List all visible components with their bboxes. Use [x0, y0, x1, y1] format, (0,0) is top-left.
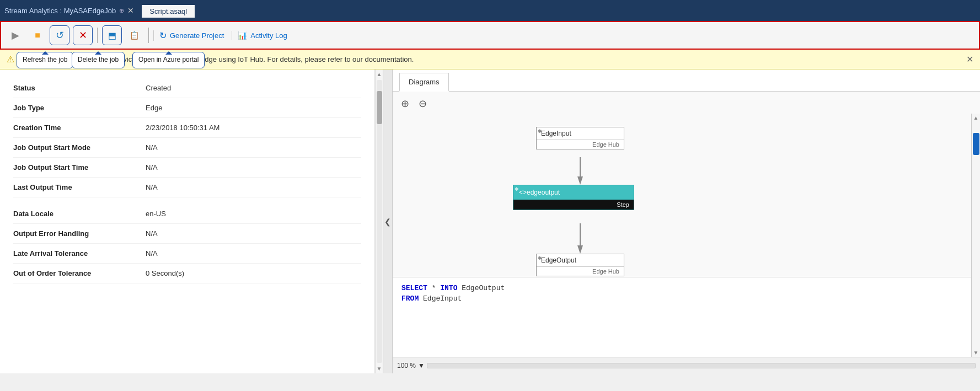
- bottom-bar: 100 % ▼: [393, 357, 980, 373]
- select-keyword: SELECT: [401, 284, 427, 292]
- property-row: Status Created: [13, 78, 361, 98]
- warning-icon: ⚠: [7, 54, 14, 65]
- collapse-icon: ❮: [384, 217, 391, 226]
- edge-output-title: EdgeOutput: [537, 254, 624, 267]
- diagram-area: ⊕ ⊖ ✱ EdgeInput Edge Hub: [393, 92, 980, 373]
- separator-1: [97, 28, 98, 43]
- property-row: Late Arrival Tolerance N/A: [13, 244, 361, 264]
- property-label: Output Error Handling: [13, 229, 146, 238]
- refresh-icon: ↺: [56, 29, 64, 41]
- activity-log-icon: 📊: [238, 31, 247, 40]
- title-bar-text: Stream Analytics : MyASAEdgeJob: [4, 7, 116, 15]
- stop-button[interactable]: ■: [28, 25, 47, 45]
- title-bar: Stream Analytics : MyASAEdgeJob ⊕ ✕ Scri…: [0, 0, 980, 21]
- active-tab[interactable]: Script.asaql: [142, 4, 195, 18]
- edge-input-node[interactable]: ✱ EdgeInput Edge Hub: [536, 127, 624, 149]
- warning-close-button[interactable]: ✕: [966, 54, 973, 65]
- property-value: en-US: [146, 210, 166, 218]
- step-bar: Step: [513, 200, 634, 210]
- edge-input-title: EdgeInput: [537, 127, 624, 140]
- property-label: Job Output Start Time: [13, 163, 146, 172]
- property-label: Status: [13, 84, 146, 92]
- activity-log-link[interactable]: 📊 Activity Log: [232, 31, 292, 40]
- property-value: Created: [146, 84, 171, 92]
- properties-table: Status Created Job Type Edge Creation Ti…: [0, 69, 374, 373]
- toolbar: ▶ ■ ↺ ✕ ⬒ 📋 ↻ Generate Project 📊 Activit…: [0, 21, 980, 50]
- warning-text: Edge jobs can be deployed to devices run…: [19, 55, 414, 63]
- delete-icon: ✕: [79, 29, 87, 41]
- collapse-button[interactable]: ❮: [383, 69, 393, 373]
- property-row: [13, 197, 361, 204]
- property-label: Last Output Time: [13, 183, 146, 191]
- right-panel: Diagrams ⊕ ⊖ ✱ EdgeInput Edge Hub: [393, 69, 980, 373]
- zoom-dropdown[interactable]: ▼: [418, 362, 425, 369]
- property-label: Data Locale: [13, 210, 146, 218]
- property-value: 0 Second(s): [146, 269, 184, 277]
- zoom-in-icon: ⊕: [401, 98, 409, 110]
- property-row: Creation Time 2/23/2018 10:50:31 AM: [13, 118, 361, 138]
- scroll-down-arrow[interactable]: ▼: [377, 364, 382, 373]
- property-value: N/A: [146, 163, 158, 172]
- open-portal-icon: ⬒: [108, 30, 116, 41]
- generate-project-link[interactable]: ↻ Generate Project: [153, 30, 229, 41]
- property-row: Out of Order Tolerance 0 Second(s): [13, 264, 361, 283]
- property-row: Last Output Time N/A: [13, 178, 361, 197]
- property-row: Job Type Edge: [13, 98, 361, 118]
- property-label: Out of Order Tolerance: [13, 269, 146, 277]
- connector-input-to-step: [575, 157, 586, 185]
- zoom-out-icon: ⊖: [419, 98, 427, 110]
- edge-output-subtitle: Edge Hub: [537, 267, 624, 276]
- activity-log-label: Activity Log: [250, 31, 287, 40]
- property-value: 2/23/2018 10:50:31 AM: [146, 124, 219, 132]
- diagram-canvas: ✱ EdgeInput Edge Hub ✱ <>edgeoutput Step: [393, 116, 971, 274]
- zoom-in-button[interactable]: ⊕: [397, 96, 413, 111]
- code-line-1: SELECT * INTO EdgeOutput: [401, 284, 962, 292]
- diagrams-tab-bar: Diagrams: [393, 69, 980, 92]
- property-value: N/A: [146, 143, 158, 152]
- close-tab-icon[interactable]: ✕: [127, 6, 134, 15]
- left-panel: Status Created Job Type Edge Creation Ti…: [0, 69, 375, 373]
- delete-button[interactable]: ✕: [73, 25, 93, 45]
- property-value: N/A: [146, 249, 158, 258]
- property-row: Data Locale en-US: [13, 204, 361, 224]
- property-value: Edge: [146, 104, 162, 112]
- zoom-label: 100 %: [397, 362, 416, 369]
- right-scrollbar[interactable]: ▲ ▼: [971, 114, 980, 357]
- edge-output-node[interactable]: ✱ EdgeOutput Edge Hub: [536, 254, 624, 276]
- refresh-button[interactable]: ↺: [50, 25, 69, 45]
- edge-input-subtitle: Edge Hub: [537, 140, 624, 149]
- step-title: <>edgeoutput: [513, 185, 634, 200]
- pin-icon[interactable]: ⊕: [119, 7, 124, 14]
- scroll-track[interactable]: [377, 80, 382, 363]
- svg-marker-1: [577, 176, 583, 185]
- run-button[interactable]: ▶: [6, 25, 25, 45]
- left-scrollbar[interactable]: ▲ ▼: [375, 69, 383, 373]
- property-value: N/A: [146, 229, 158, 238]
- horizontal-scroll-track[interactable]: [427, 363, 976, 368]
- zoom-out-button[interactable]: ⊖: [415, 96, 430, 111]
- right-scroll-up-arrow[interactable]: ▲: [972, 114, 980, 122]
- svg-marker-3: [577, 245, 583, 254]
- property-value: N/A: [146, 183, 158, 191]
- code-line-2: FROM EdgeInput: [401, 294, 962, 303]
- edge-output-corner-icon: ✱: [538, 255, 542, 261]
- open-portal-button[interactable]: ⬒: [102, 25, 122, 45]
- from-keyword: FROM: [401, 294, 419, 303]
- scroll-thumb[interactable]: [377, 91, 382, 124]
- property-row: Job Output Start Mode N/A: [13, 138, 361, 158]
- warning-bar: ⚠ Edge jobs can be deployed to devices r…: [0, 50, 980, 69]
- tab-diagrams[interactable]: Diagrams: [399, 73, 449, 92]
- clipboard-button[interactable]: 📋: [124, 25, 144, 45]
- step-corner-icon: ✱: [515, 186, 519, 192]
- generate-project-label: Generate Project: [170, 31, 224, 40]
- property-label: Late Arrival Tolerance: [13, 249, 146, 258]
- right-scroll-down-arrow[interactable]: ▼: [972, 349, 980, 357]
- property-label: Job Type: [13, 104, 146, 112]
- property-label: Creation Time: [13, 124, 146, 132]
- scroll-up-arrow[interactable]: ▲: [377, 69, 382, 79]
- into-keyword: INTO: [440, 284, 457, 292]
- separator-2: [148, 28, 149, 43]
- edge-input-corner-icon: ✱: [538, 128, 542, 134]
- right-scroll-thumb[interactable]: [973, 133, 979, 155]
- step-node[interactable]: ✱ <>edgeoutput Step: [513, 185, 634, 210]
